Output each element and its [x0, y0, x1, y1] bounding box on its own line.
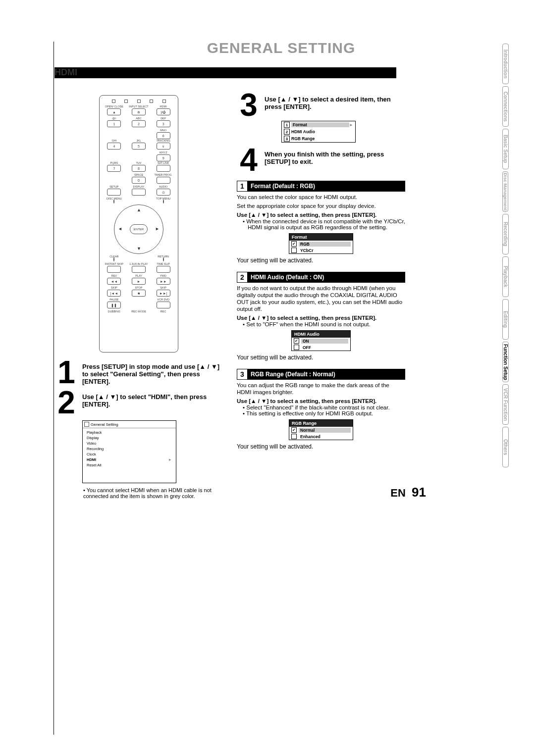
page-title: GENERAL SETTING	[54, 40, 508, 56]
step-number-3: 3	[237, 93, 261, 118]
tab-function-setup[interactable]: Function Setup	[502, 342, 509, 382]
tab-disc-management[interactable]: Disc Management	[502, 171, 508, 212]
step-number-1: 1	[54, 360, 78, 385]
hdmi-audio-menu: HDMI Audio ✔ON OFF	[291, 330, 351, 351]
sec1-confirm: Your setting will be activated.	[237, 257, 405, 264]
step-2-text: Use [▲ / ▼] to select "HDMI", then press…	[82, 390, 223, 415]
step-number-2: 2	[54, 390, 78, 415]
sec2-confirm: Your setting will be activated.	[237, 354, 405, 361]
format-menu: Format ✔RGB YCbCr	[289, 233, 353, 254]
tab-basic-setup[interactable]: Basic Setup	[502, 129, 509, 169]
step-1-text: Press [SETUP] in stop mode and use [▲ / …	[82, 360, 223, 385]
sec1-p2: Set the appropriate color space for your…	[237, 202, 405, 209]
tab-connections[interactable]: Connections	[502, 86, 509, 127]
tab-editing[interactable]: Editing	[502, 299, 509, 340]
step-3-text: Use [▲ / ▼] to select a desired item, th…	[265, 93, 405, 118]
remote-diagram: OPEN/ CLOSE▲ INPUT SELECT⊕ HDMI|/⏻ .@/:1…	[99, 95, 178, 353]
side-tabs: Introduction Connections Basic Setup Dis…	[502, 44, 525, 469]
tab-introduction[interactable]: Introduction	[502, 44, 509, 84]
sec1-p1: You can select the color space for HDMI …	[237, 194, 405, 201]
sec3-instr: Use [▲ / ▼] to select a setting, then pr…	[237, 398, 405, 404]
sec1-instr: Use [▲ / ▼] to select a setting, then pr…	[237, 211, 405, 218]
sec3-b2: • This setting is effective only for HDM…	[243, 410, 405, 416]
tab-vcr-function[interactable]: VCR Function	[502, 384, 509, 425]
tab-others[interactable]: Others	[502, 427, 509, 467]
sec2-instr: Use [▲ / ▼] to select a setting, then pr…	[237, 314, 405, 321]
tab-recording[interactable]: Recording	[502, 214, 509, 254]
sec3-b1: • Select "Enhanced" if the black-white c…	[243, 404, 405, 410]
section-1-bar: 1 Format (Default : RGB)	[237, 181, 405, 192]
sec3-confirm: Your setting will be activated.	[237, 443, 405, 450]
sec2-p1: If you do not want to output the audio t…	[237, 285, 405, 312]
step-4-text: When you finish with the setting, press …	[265, 148, 405, 173]
step-2-note: • You cannot select HDMI when an HDMI ca…	[83, 487, 223, 499]
step-3-menu: 1Format► 2HDMI Audio 3RGB Range	[281, 121, 356, 143]
sec2-bullet: • Set to "OFF" when the HDMI sound is no…	[243, 321, 405, 327]
section-3-bar: 3 RGB Range (Default : Normal)	[237, 369, 405, 380]
tab-playback[interactable]: Playback	[502, 256, 509, 297]
section-2-bar: 2 HDMI Audio (Default : ON)	[237, 272, 405, 283]
step-number-4: 4	[237, 148, 261, 173]
section-heading: HDMI	[54, 67, 508, 78]
sec3-p1: You can adjust the RGB range to make the…	[237, 382, 405, 396]
sec1-bullet: • When the connected device is not compa…	[243, 218, 405, 230]
general-setting-menu: General Setting Playback Display Video R…	[82, 420, 176, 483]
rgb-range-menu: RGB Range ✔Normal Enhanced	[289, 419, 353, 440]
page-footer: EN 91	[390, 485, 426, 500]
